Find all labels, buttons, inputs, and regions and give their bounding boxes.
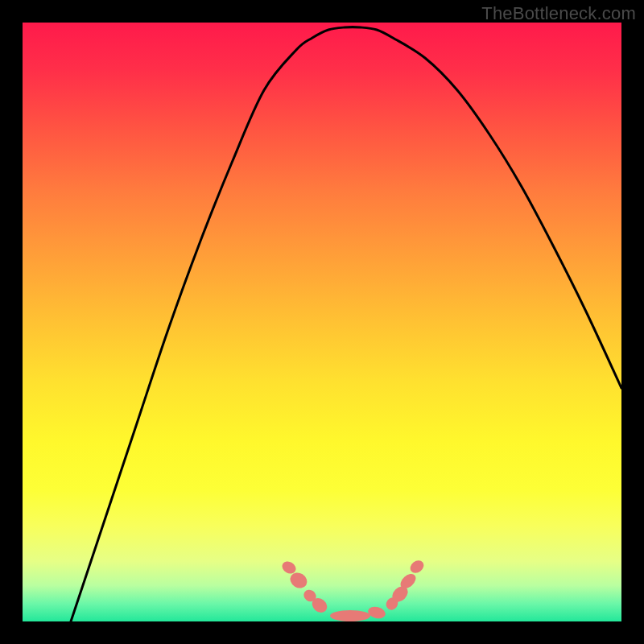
curve-markers [280,558,427,621]
bottleneck-curve [71,27,621,621]
curve-marker [367,605,387,620]
curve-marker [330,610,370,621]
bottleneck-curve-svg [23,23,621,621]
curve-marker [301,588,318,605]
curve-marker [390,584,411,605]
curve-marker [280,559,299,576]
curve-marker [408,558,427,576]
curve-marker [384,595,401,612]
watermark-text: TheBottleneck.com [481,3,636,24]
curve-marker [309,595,330,615]
chart-plot-area [23,23,621,621]
curve-marker [287,570,310,592]
curve-marker [398,571,419,591]
